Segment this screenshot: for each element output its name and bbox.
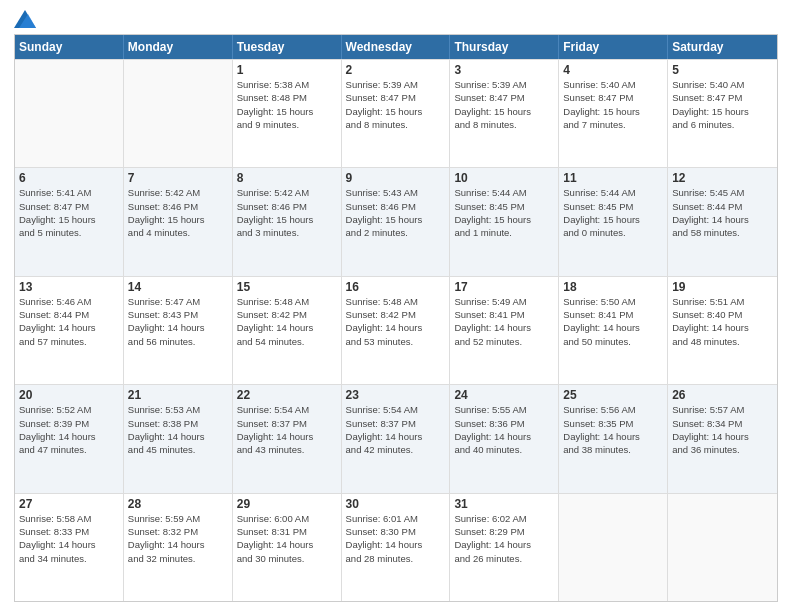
day-number: 8 — [237, 171, 337, 185]
calendar-cell: 16Sunrise: 5:48 AM Sunset: 8:42 PM Dayli… — [342, 277, 451, 384]
day-number: 13 — [19, 280, 119, 294]
day-number: 23 — [346, 388, 446, 402]
day-info: Sunrise: 5:45 AM Sunset: 8:44 PM Dayligh… — [672, 186, 773, 239]
day-info: Sunrise: 6:00 AM Sunset: 8:31 PM Dayligh… — [237, 512, 337, 565]
day-number: 7 — [128, 171, 228, 185]
day-info: Sunrise: 5:52 AM Sunset: 8:39 PM Dayligh… — [19, 403, 119, 456]
day-info: Sunrise: 5:59 AM Sunset: 8:32 PM Dayligh… — [128, 512, 228, 565]
calendar-cell: 28Sunrise: 5:59 AM Sunset: 8:32 PM Dayli… — [124, 494, 233, 601]
calendar-row-3: 20Sunrise: 5:52 AM Sunset: 8:39 PM Dayli… — [15, 384, 777, 492]
calendar-cell: 31Sunrise: 6:02 AM Sunset: 8:29 PM Dayli… — [450, 494, 559, 601]
logo — [14, 10, 40, 28]
day-number: 22 — [237, 388, 337, 402]
day-number: 14 — [128, 280, 228, 294]
calendar-cell: 4Sunrise: 5:40 AM Sunset: 8:47 PM Daylig… — [559, 60, 668, 167]
calendar-cell: 3Sunrise: 5:39 AM Sunset: 8:47 PM Daylig… — [450, 60, 559, 167]
calendar-body: 1Sunrise: 5:38 AM Sunset: 8:48 PM Daylig… — [15, 59, 777, 601]
day-info: Sunrise: 5:48 AM Sunset: 8:42 PM Dayligh… — [237, 295, 337, 348]
calendar-cell — [668, 494, 777, 601]
day-number: 2 — [346, 63, 446, 77]
day-info: Sunrise: 5:47 AM Sunset: 8:43 PM Dayligh… — [128, 295, 228, 348]
day-info: Sunrise: 5:50 AM Sunset: 8:41 PM Dayligh… — [563, 295, 663, 348]
day-info: Sunrise: 5:49 AM Sunset: 8:41 PM Dayligh… — [454, 295, 554, 348]
day-number: 15 — [237, 280, 337, 294]
day-info: Sunrise: 5:44 AM Sunset: 8:45 PM Dayligh… — [454, 186, 554, 239]
calendar-cell: 20Sunrise: 5:52 AM Sunset: 8:39 PM Dayli… — [15, 385, 124, 492]
calendar-cell — [15, 60, 124, 167]
calendar-row-4: 27Sunrise: 5:58 AM Sunset: 8:33 PM Dayli… — [15, 493, 777, 601]
header-cell-sunday: Sunday — [15, 35, 124, 59]
calendar-cell: 19Sunrise: 5:51 AM Sunset: 8:40 PM Dayli… — [668, 277, 777, 384]
calendar-cell: 25Sunrise: 5:56 AM Sunset: 8:35 PM Dayli… — [559, 385, 668, 492]
calendar-cell: 8Sunrise: 5:42 AM Sunset: 8:46 PM Daylig… — [233, 168, 342, 275]
day-number: 27 — [19, 497, 119, 511]
header-cell-friday: Friday — [559, 35, 668, 59]
day-number: 18 — [563, 280, 663, 294]
calendar-cell: 23Sunrise: 5:54 AM Sunset: 8:37 PM Dayli… — [342, 385, 451, 492]
day-number: 10 — [454, 171, 554, 185]
calendar-cell: 26Sunrise: 5:57 AM Sunset: 8:34 PM Dayli… — [668, 385, 777, 492]
day-info: Sunrise: 6:01 AM Sunset: 8:30 PM Dayligh… — [346, 512, 446, 565]
day-number: 6 — [19, 171, 119, 185]
header-cell-saturday: Saturday — [668, 35, 777, 59]
day-info: Sunrise: 5:42 AM Sunset: 8:46 PM Dayligh… — [237, 186, 337, 239]
calendar-page: SundayMondayTuesdayWednesdayThursdayFrid… — [0, 0, 792, 612]
calendar-cell: 21Sunrise: 5:53 AM Sunset: 8:38 PM Dayli… — [124, 385, 233, 492]
header — [14, 10, 778, 28]
calendar-cell: 29Sunrise: 6:00 AM Sunset: 8:31 PM Dayli… — [233, 494, 342, 601]
day-info: Sunrise: 5:43 AM Sunset: 8:46 PM Dayligh… — [346, 186, 446, 239]
day-info: Sunrise: 5:53 AM Sunset: 8:38 PM Dayligh… — [128, 403, 228, 456]
calendar-cell: 30Sunrise: 6:01 AM Sunset: 8:30 PM Dayli… — [342, 494, 451, 601]
day-info: Sunrise: 5:46 AM Sunset: 8:44 PM Dayligh… — [19, 295, 119, 348]
calendar-cell: 27Sunrise: 5:58 AM Sunset: 8:33 PM Dayli… — [15, 494, 124, 601]
day-info: Sunrise: 5:55 AM Sunset: 8:36 PM Dayligh… — [454, 403, 554, 456]
calendar-cell — [559, 494, 668, 601]
header-cell-tuesday: Tuesday — [233, 35, 342, 59]
calendar: SundayMondayTuesdayWednesdayThursdayFrid… — [14, 34, 778, 602]
day-info: Sunrise: 5:41 AM Sunset: 8:47 PM Dayligh… — [19, 186, 119, 239]
day-number: 1 — [237, 63, 337, 77]
day-number: 21 — [128, 388, 228, 402]
calendar-row-1: 6Sunrise: 5:41 AM Sunset: 8:47 PM Daylig… — [15, 167, 777, 275]
day-number: 11 — [563, 171, 663, 185]
day-number: 28 — [128, 497, 228, 511]
day-number: 16 — [346, 280, 446, 294]
day-number: 20 — [19, 388, 119, 402]
day-info: Sunrise: 5:48 AM Sunset: 8:42 PM Dayligh… — [346, 295, 446, 348]
day-info: Sunrise: 5:38 AM Sunset: 8:48 PM Dayligh… — [237, 78, 337, 131]
calendar-cell: 9Sunrise: 5:43 AM Sunset: 8:46 PM Daylig… — [342, 168, 451, 275]
day-info: Sunrise: 5:42 AM Sunset: 8:46 PM Dayligh… — [128, 186, 228, 239]
day-info: Sunrise: 5:39 AM Sunset: 8:47 PM Dayligh… — [454, 78, 554, 131]
calendar-cell: 11Sunrise: 5:44 AM Sunset: 8:45 PM Dayli… — [559, 168, 668, 275]
header-cell-wednesday: Wednesday — [342, 35, 451, 59]
calendar-cell: 12Sunrise: 5:45 AM Sunset: 8:44 PM Dayli… — [668, 168, 777, 275]
calendar-cell: 22Sunrise: 5:54 AM Sunset: 8:37 PM Dayli… — [233, 385, 342, 492]
day-info: Sunrise: 5:40 AM Sunset: 8:47 PM Dayligh… — [563, 78, 663, 131]
day-info: Sunrise: 5:39 AM Sunset: 8:47 PM Dayligh… — [346, 78, 446, 131]
day-info: Sunrise: 5:44 AM Sunset: 8:45 PM Dayligh… — [563, 186, 663, 239]
day-number: 12 — [672, 171, 773, 185]
calendar-cell: 17Sunrise: 5:49 AM Sunset: 8:41 PM Dayli… — [450, 277, 559, 384]
day-info: Sunrise: 5:54 AM Sunset: 8:37 PM Dayligh… — [237, 403, 337, 456]
day-info: Sunrise: 5:40 AM Sunset: 8:47 PM Dayligh… — [672, 78, 773, 131]
calendar-cell: 24Sunrise: 5:55 AM Sunset: 8:36 PM Dayli… — [450, 385, 559, 492]
calendar-cell: 14Sunrise: 5:47 AM Sunset: 8:43 PM Dayli… — [124, 277, 233, 384]
calendar-cell: 5Sunrise: 5:40 AM Sunset: 8:47 PM Daylig… — [668, 60, 777, 167]
calendar-cell: 1Sunrise: 5:38 AM Sunset: 8:48 PM Daylig… — [233, 60, 342, 167]
day-number: 26 — [672, 388, 773, 402]
day-number: 30 — [346, 497, 446, 511]
day-number: 17 — [454, 280, 554, 294]
day-info: Sunrise: 5:58 AM Sunset: 8:33 PM Dayligh… — [19, 512, 119, 565]
day-number: 24 — [454, 388, 554, 402]
calendar-cell — [124, 60, 233, 167]
calendar-cell: 13Sunrise: 5:46 AM Sunset: 8:44 PM Dayli… — [15, 277, 124, 384]
day-number: 3 — [454, 63, 554, 77]
day-info: Sunrise: 5:54 AM Sunset: 8:37 PM Dayligh… — [346, 403, 446, 456]
calendar-cell: 10Sunrise: 5:44 AM Sunset: 8:45 PM Dayli… — [450, 168, 559, 275]
day-info: Sunrise: 6:02 AM Sunset: 8:29 PM Dayligh… — [454, 512, 554, 565]
calendar-row-0: 1Sunrise: 5:38 AM Sunset: 8:48 PM Daylig… — [15, 59, 777, 167]
day-number: 31 — [454, 497, 554, 511]
calendar-cell: 18Sunrise: 5:50 AM Sunset: 8:41 PM Dayli… — [559, 277, 668, 384]
header-cell-monday: Monday — [124, 35, 233, 59]
day-number: 4 — [563, 63, 663, 77]
